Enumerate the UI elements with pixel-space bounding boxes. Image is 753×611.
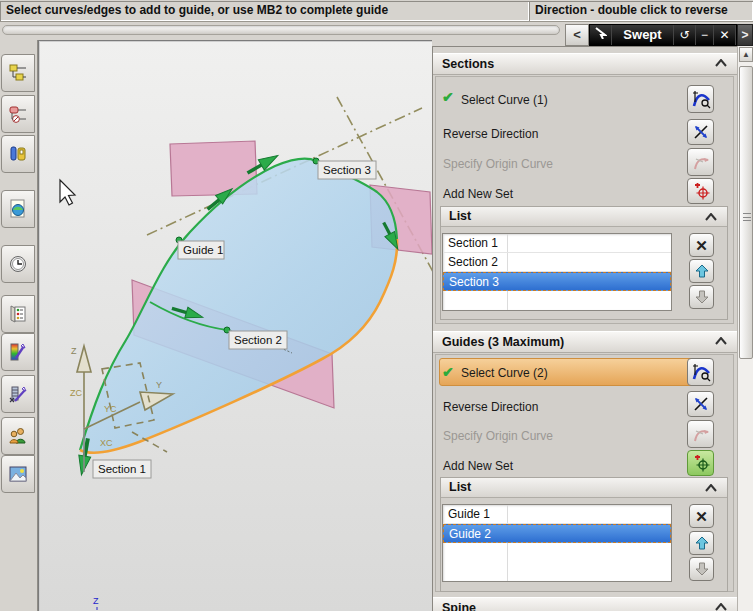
- sections-add-new-set-row[interactable]: Add New Set: [437, 181, 705, 207]
- dialog-selection-cursor-icon[interactable]: [590, 25, 612, 45]
- sections-list-title: List: [449, 209, 471, 223]
- guides-add-new-set-button[interactable]: [687, 450, 714, 476]
- status-message: Direction - double click to reverse: [529, 1, 753, 21]
- spine-group-title: Spine: [442, 601, 476, 611]
- move-down-icon: [695, 290, 709, 304]
- sections-remove-button[interactable]: ✕: [689, 233, 714, 257]
- sections-move-down-button: [689, 285, 714, 309]
- wcs-zc-label: ZC: [70, 388, 82, 398]
- collapse-icon[interactable]: [715, 603, 727, 611]
- sections-list[interactable]: Section 1 Section 2 Section 3: [442, 233, 672, 311]
- scrollbar-thumb[interactable]: [739, 66, 753, 359]
- guides-reverse-direction-label: Reverse Direction: [443, 400, 538, 414]
- palettes-icon: [8, 304, 28, 324]
- sections-select-curve-row[interactable]: ✔ Select Curve (1): [437, 85, 705, 115]
- guides-specify-origin-button: [687, 420, 714, 448]
- move-up-icon: [695, 536, 709, 550]
- dialog-minimize-button[interactable]: −: [696, 25, 714, 45]
- sections-reverse-direction-button[interactable]: [687, 119, 714, 145]
- list-item[interactable]: Guide 1: [443, 505, 671, 524]
- toolbar-dock-handle[interactable]: [2, 25, 560, 35]
- history-button[interactable]: [1, 245, 35, 283]
- sections-add-new-set-label: Add New Set: [443, 187, 513, 201]
- constraint-navigator-button[interactable]: [1, 95, 35, 133]
- sections-reverse-direction-row[interactable]: Reverse Direction: [437, 121, 705, 147]
- sections-group-header[interactable]: Sections: [433, 53, 737, 75]
- sections-reverse-direction-label: Reverse Direction: [443, 127, 538, 141]
- add-new-set-icon: [692, 182, 710, 200]
- guides-reverse-direction-row[interactable]: Reverse Direction: [437, 394, 705, 420]
- add-new-set-icon: [692, 454, 710, 472]
- dialog-scrollbar[interactable]: ▲: [737, 46, 753, 611]
- wcs-y-label: Y: [156, 380, 162, 390]
- sections-select-curve-button[interactable]: [687, 85, 714, 113]
- spine-group-header[interactable]: Spine: [433, 597, 737, 611]
- guides-list-header[interactable]: List: [441, 478, 727, 498]
- sections-select-curve-label: Select Curve (1): [461, 93, 548, 107]
- guides-add-new-set-row[interactable]: Add New Set: [437, 453, 705, 479]
- web-browser-button[interactable]: [1, 190, 35, 228]
- label-section-1: Section 1: [98, 463, 146, 475]
- swept-dialog: Sections ✔ Select Curve (1) Reverse Dire…: [432, 46, 737, 611]
- assembly-navigator-button[interactable]: [1, 54, 35, 92]
- resource-bar: [0, 40, 38, 611]
- guides-select-curve-button[interactable]: [687, 358, 714, 386]
- image-gallery-icon: [8, 464, 28, 484]
- wcs-z-label: Z: [71, 346, 77, 356]
- reverse-direction-icon: [692, 123, 710, 141]
- dialog-reset-button[interactable]: ↺: [674, 25, 696, 45]
- list-item[interactable]: Section 1: [443, 234, 671, 253]
- sections-group-title: Sections: [442, 57, 494, 71]
- guides-list-title: List: [449, 480, 471, 494]
- sections-specify-origin-label: Specify Origin Curve: [443, 157, 553, 171]
- guides-select-curve-row[interactable]: ✔ Select Curve (2): [437, 358, 705, 388]
- sections-move-up-button[interactable]: [689, 259, 714, 283]
- list-item-selected[interactable]: Guide 2: [443, 524, 671, 543]
- part-navigator-button[interactable]: [1, 135, 35, 173]
- user-groups-button[interactable]: [1, 417, 35, 455]
- select-curve-icon: [691, 89, 711, 109]
- guides-group-header[interactable]: Guides (3 Maximum): [433, 331, 737, 353]
- scrollbar-up-icon[interactable]: ▲: [739, 47, 753, 62]
- guides-move-down-button: [689, 557, 714, 581]
- remove-icon: ✕: [695, 509, 708, 524]
- roles-icon: [8, 342, 28, 362]
- palettes-button[interactable]: [1, 295, 35, 333]
- chevron-right-icon: >: [741, 28, 748, 42]
- collapse-icon[interactable]: [705, 213, 717, 221]
- sections-list-header[interactable]: List: [441, 207, 727, 227]
- guides-reverse-direction-button[interactable]: [687, 391, 714, 417]
- dialog-prev-button[interactable]: <: [565, 24, 589, 46]
- chevron-left-icon: <: [573, 27, 581, 42]
- guides-move-up-button[interactable]: [689, 531, 714, 555]
- status-bar: Select curves/edges to add to guide, or …: [0, 0, 753, 22]
- collapse-icon[interactable]: [715, 337, 727, 345]
- reverse-direction-icon: [692, 395, 710, 413]
- guides-select-curve-label: Select Curve (2): [461, 366, 548, 380]
- collapse-icon[interactable]: [705, 484, 717, 492]
- guides-specify-origin-row: Specify Origin Curve: [437, 423, 705, 449]
- constraint-navigator-icon: [8, 104, 28, 124]
- label-guide-1: Guide 1: [183, 244, 223, 256]
- system-scene-button[interactable]: [1, 375, 35, 413]
- select-curve-icon: [691, 362, 711, 382]
- sections-specify-origin-button: [687, 148, 714, 176]
- origin-curve-icon: [691, 152, 711, 172]
- list-item-selected[interactable]: Section 3: [443, 272, 671, 291]
- guides-remove-button[interactable]: ✕: [689, 504, 714, 528]
- move-up-icon: [695, 264, 709, 278]
- guides-list[interactable]: Guide 1 Guide 2: [442, 504, 672, 582]
- roles-button[interactable]: [1, 333, 35, 371]
- graphics-viewport[interactable]: Z Y ZC YC XC Z Section 3 Guide 1 Section…: [38, 40, 432, 611]
- collapse-icon[interactable]: [715, 59, 727, 67]
- history-icon: [8, 254, 28, 274]
- application-window: Select curves/edges to add to guide, or …: [0, 0, 753, 611]
- dialog-next-button[interactable]: >: [737, 24, 753, 46]
- dialog-title[interactable]: Swept: [612, 25, 674, 45]
- list-item[interactable]: Section 2: [443, 253, 671, 272]
- sections-add-new-set-button[interactable]: [687, 178, 714, 204]
- label-section-3: Section 3: [323, 164, 371, 176]
- dialog-close-button[interactable]: ✕: [714, 25, 736, 45]
- image-gallery-button[interactable]: [1, 455, 35, 493]
- move-down-icon: [695, 562, 709, 576]
